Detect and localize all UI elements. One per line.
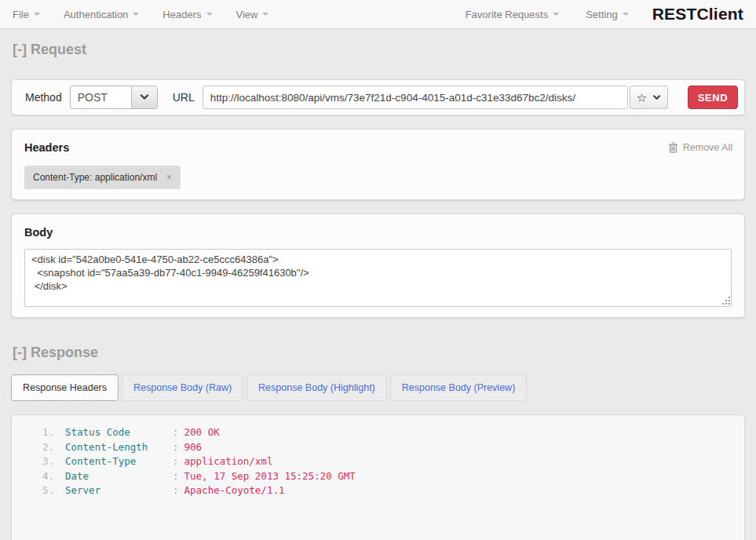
header-tag-text: Content-Type: application/xml [33,172,157,183]
tab-response-headers[interactable]: Response Headers [11,374,119,401]
close-icon[interactable]: × [166,172,172,183]
response-header-value: 906 [184,440,203,455]
menu-favorite-requests-label: Favorite Requests [466,9,549,20]
menu-authentication-label: Authentication [64,9,128,20]
menu-file-label: File [13,9,29,20]
response-header-name: Content-Length [65,440,173,455]
response-header-row: 4. Date : Tue, 17 Sep 2013 15:25:20 GMT [12,469,744,484]
body-panel-title: Body [24,226,53,239]
send-button[interactable]: SEND [688,86,738,109]
chevron-down-icon [553,13,559,16]
request-bar-panel: Method POST URL ☆ SEND [11,79,745,115]
response-header-name: Content-Type [65,454,173,469]
chevron-down-icon [133,13,139,16]
menu-setting[interactable]: Setting [586,9,628,20]
headers-panel-title: Headers [24,141,69,154]
request-body-textarea[interactable]: <disk id="542a0be0-541e-4750-ab22-ce5ccc… [24,249,732,307]
tab-response-body-preview[interactable]: Response Body (Preview) [390,374,528,401]
menu-authentication[interactable]: Authentication [64,9,139,20]
colon-separator: : [173,454,179,469]
top-menubar: File Authentication Headers View Favorit… [0,0,756,29]
response-header-value: Tue, 17 Sep 2013 15:25:20 GMT [184,469,356,484]
response-header-row: 5. Server : Apache-Coyote/1.1 [12,483,744,498]
url-input[interactable] [203,86,628,109]
colon-separator: : [173,425,179,440]
response-header-row: 1. Status Code : 200 OK [12,425,744,440]
remove-all-headers-button[interactable]: Remove All [668,142,732,153]
chevron-down-icon [206,13,213,16]
chevron-down-icon [34,13,40,16]
menu-headers[interactable]: Headers [163,9,212,20]
method-dropdown-button[interactable] [131,86,157,108]
response-section-title[interactable]: [-] Response [13,345,743,361]
method-select[interactable]: POST [70,86,158,109]
trash-icon [668,142,678,153]
line-number: 3. [32,454,54,469]
menu-headers-label: Headers [163,9,201,20]
menu-file[interactable]: File [13,9,40,20]
line-number: 4. [32,469,54,484]
chevron-down-icon [262,13,268,16]
chevron-down-icon [140,94,149,100]
method-label: Method [25,91,62,104]
url-label: URL [173,91,195,104]
colon-separator: : [173,469,179,484]
app-logo: RESTClient [652,5,743,24]
star-icon: ☆ [637,92,647,104]
response-tabs: Response Headers Response Body (Raw) Res… [11,374,745,401]
colon-separator: : [173,440,179,455]
resize-grip-icon[interactable] [722,297,730,305]
response-header-name: Server [65,483,173,498]
tab-response-body-highlight[interactable]: Response Body (Highlight) [247,374,387,401]
response-header-name: Status Code [65,425,173,440]
request-body-panel: Body <disk id="542a0be0-541e-4750-ab22-c… [11,213,745,318]
line-number: 1. [32,425,54,440]
response-header-value: 200 OK [184,425,220,440]
response-header-row: 3. Content-Type : application/xml [12,454,744,469]
line-number: 5. [32,483,54,498]
line-number: 2. [32,440,54,455]
header-tag: Content-Type: application/xml × [24,166,181,189]
response-header-value: application/xml [184,454,273,469]
remove-all-label: Remove All [683,142,732,153]
chevron-down-icon [623,13,629,16]
menu-view-label: View [236,9,258,20]
method-selected-value: POST [71,86,131,108]
chevron-down-icon [652,95,661,100]
request-section-title[interactable]: [-] Request [13,42,743,58]
response-header-row: 2. Content-Length : 906 [12,440,744,455]
colon-separator: : [173,483,179,498]
menu-view[interactable]: View [236,9,269,20]
tab-response-body-raw[interactable]: Response Body (Raw) [122,374,243,401]
response-headers-panel: 1. Status Code : 200 OK 2. Content-Lengt… [11,414,745,540]
response-header-value: Apache-Coyote/1.1 [184,483,285,498]
favorite-star-button[interactable]: ☆ [630,86,668,109]
menu-setting-label: Setting [586,9,617,20]
request-headers-panel: Headers Remove All Content-Type: ap [11,129,745,200]
menu-favorite-requests[interactable]: Favorite Requests [466,9,560,20]
response-header-name: Date [65,469,173,484]
